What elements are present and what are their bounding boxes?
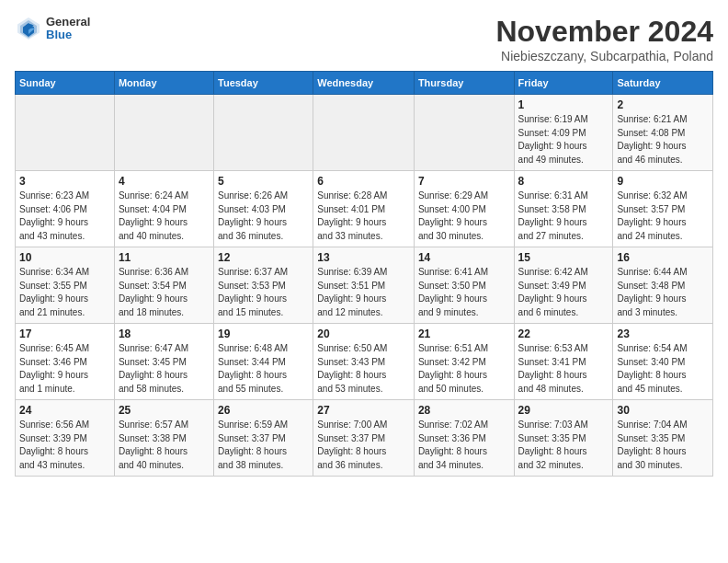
location: Niebieszczany, Subcarpathia, Poland xyxy=(495,49,713,63)
day-number: 14 xyxy=(418,251,510,264)
day-number: 21 xyxy=(418,327,510,340)
calendar-cell: 12Sunrise: 6:37 AM Sunset: 3:53 PM Dayli… xyxy=(214,247,313,324)
day-info: Sunrise: 6:56 AM Sunset: 3:39 PM Dayligh… xyxy=(19,419,110,472)
day-info: Sunrise: 6:28 AM Sunset: 4:01 PM Dayligh… xyxy=(317,190,410,243)
day-number: 27 xyxy=(317,404,410,417)
day-info: Sunrise: 6:59 AM Sunset: 3:37 PM Dayligh… xyxy=(218,419,309,472)
logo-blue: Blue xyxy=(46,29,90,41)
title-block: November 2024 Niebieszczany, Subcarpathi… xyxy=(495,15,713,63)
calendar-cell: 29Sunrise: 7:03 AM Sunset: 3:35 PM Dayli… xyxy=(514,400,613,477)
calendar-cell: 2Sunrise: 6:21 AM Sunset: 4:08 PM Daylig… xyxy=(613,95,713,171)
weekday-header-thursday: Thursday xyxy=(414,72,514,95)
day-info: Sunrise: 6:36 AM Sunset: 3:54 PM Dayligh… xyxy=(119,266,210,319)
calendar-cell: 9Sunrise: 6:32 AM Sunset: 3:57 PM Daylig… xyxy=(613,171,713,247)
day-number: 5 xyxy=(218,175,309,188)
day-info: Sunrise: 6:24 AM Sunset: 4:04 PM Dayligh… xyxy=(119,190,210,243)
calendar-cell: 7Sunrise: 6:29 AM Sunset: 4:00 PM Daylig… xyxy=(414,171,514,247)
calendar-cell xyxy=(214,95,313,171)
calendar-cell: 1Sunrise: 6:19 AM Sunset: 4:09 PM Daylig… xyxy=(514,95,613,171)
day-info: Sunrise: 6:44 AM Sunset: 3:48 PM Dayligh… xyxy=(617,266,709,319)
day-number: 2 xyxy=(617,98,709,111)
day-number: 7 xyxy=(418,175,510,188)
calendar-cell: 13Sunrise: 6:39 AM Sunset: 3:51 PM Dayli… xyxy=(313,247,415,324)
calendar-cell: 16Sunrise: 6:44 AM Sunset: 3:48 PM Dayli… xyxy=(613,247,713,324)
day-number: 11 xyxy=(119,251,210,264)
calendar-cell: 6Sunrise: 6:28 AM Sunset: 4:01 PM Daylig… xyxy=(313,171,415,247)
calendar-week-1: 1Sunrise: 6:19 AM Sunset: 4:09 PM Daylig… xyxy=(16,95,713,171)
calendar-cell: 28Sunrise: 7:02 AM Sunset: 3:36 PM Dayli… xyxy=(414,400,514,477)
day-number: 15 xyxy=(518,251,609,264)
day-number: 29 xyxy=(518,404,609,417)
logo-general: General xyxy=(46,16,90,29)
day-number: 30 xyxy=(617,404,709,417)
page-header: General Blue November 2024 Niebieszczany… xyxy=(15,15,713,63)
weekday-header-wednesday: Wednesday xyxy=(313,72,415,95)
logo-icon xyxy=(15,15,42,42)
logo: General Blue xyxy=(15,15,90,42)
weekday-header-tuesday: Tuesday xyxy=(214,72,313,95)
calendar-cell: 11Sunrise: 6:36 AM Sunset: 3:54 PM Dayli… xyxy=(114,247,213,324)
day-info: Sunrise: 6:31 AM Sunset: 3:58 PM Dayligh… xyxy=(518,190,609,243)
day-info: Sunrise: 6:29 AM Sunset: 4:00 PM Dayligh… xyxy=(418,190,510,243)
day-info: Sunrise: 6:32 AM Sunset: 3:57 PM Dayligh… xyxy=(617,190,709,243)
day-number: 12 xyxy=(218,251,309,264)
day-number: 28 xyxy=(418,404,510,417)
weekday-header-monday: Monday xyxy=(114,72,213,95)
calendar-cell xyxy=(114,95,213,171)
day-info: Sunrise: 6:19 AM Sunset: 4:09 PM Dayligh… xyxy=(518,113,609,167)
day-info: Sunrise: 6:45 AM Sunset: 3:46 PM Dayligh… xyxy=(19,342,110,396)
calendar-cell: 19Sunrise: 6:48 AM Sunset: 3:44 PM Dayli… xyxy=(214,324,313,400)
day-info: Sunrise: 6:47 AM Sunset: 3:45 PM Dayligh… xyxy=(119,342,210,396)
day-number: 20 xyxy=(317,327,410,340)
day-info: Sunrise: 6:57 AM Sunset: 3:38 PM Dayligh… xyxy=(119,419,210,472)
calendar-week-2: 3Sunrise: 6:23 AM Sunset: 4:06 PM Daylig… xyxy=(16,171,713,247)
calendar-cell xyxy=(414,95,514,171)
day-info: Sunrise: 6:50 AM Sunset: 3:43 PM Dayligh… xyxy=(317,342,410,396)
day-number: 10 xyxy=(19,251,110,264)
day-info: Sunrise: 6:48 AM Sunset: 3:44 PM Dayligh… xyxy=(218,342,309,396)
day-info: Sunrise: 6:54 AM Sunset: 3:40 PM Dayligh… xyxy=(617,342,709,396)
day-number: 4 xyxy=(119,175,210,188)
day-info: Sunrise: 6:51 AM Sunset: 3:42 PM Dayligh… xyxy=(418,342,510,396)
day-info: Sunrise: 7:00 AM Sunset: 3:37 PM Dayligh… xyxy=(317,419,410,472)
day-info: Sunrise: 7:03 AM Sunset: 3:35 PM Dayligh… xyxy=(518,419,609,472)
calendar-cell: 20Sunrise: 6:50 AM Sunset: 3:43 PM Dayli… xyxy=(313,324,415,400)
calendar-cell: 15Sunrise: 6:42 AM Sunset: 3:49 PM Dayli… xyxy=(514,247,613,324)
calendar-cell: 4Sunrise: 6:24 AM Sunset: 4:04 PM Daylig… xyxy=(114,171,213,247)
day-info: Sunrise: 6:26 AM Sunset: 4:03 PM Dayligh… xyxy=(218,190,309,243)
calendar-table: SundayMondayTuesdayWednesdayThursdayFrid… xyxy=(15,71,713,477)
day-info: Sunrise: 6:41 AM Sunset: 3:50 PM Dayligh… xyxy=(418,266,510,319)
day-number: 18 xyxy=(119,327,210,340)
calendar-cell: 18Sunrise: 6:47 AM Sunset: 3:45 PM Dayli… xyxy=(114,324,213,400)
calendar-cell: 21Sunrise: 6:51 AM Sunset: 3:42 PM Dayli… xyxy=(414,324,514,400)
day-info: Sunrise: 6:53 AM Sunset: 3:41 PM Dayligh… xyxy=(518,342,609,396)
calendar-cell: 8Sunrise: 6:31 AM Sunset: 3:58 PM Daylig… xyxy=(514,171,613,247)
weekday-header-sunday: Sunday xyxy=(16,72,115,95)
calendar-cell: 23Sunrise: 6:54 AM Sunset: 3:40 PM Dayli… xyxy=(613,324,713,400)
day-info: Sunrise: 6:34 AM Sunset: 3:55 PM Dayligh… xyxy=(19,266,110,319)
day-number: 23 xyxy=(617,327,709,340)
day-info: Sunrise: 6:23 AM Sunset: 4:06 PM Dayligh… xyxy=(19,190,110,243)
day-number: 9 xyxy=(617,175,709,188)
calendar-cell: 14Sunrise: 6:41 AM Sunset: 3:50 PM Dayli… xyxy=(414,247,514,324)
day-number: 16 xyxy=(617,251,709,264)
day-info: Sunrise: 7:04 AM Sunset: 3:35 PM Dayligh… xyxy=(617,419,709,472)
day-info: Sunrise: 6:37 AM Sunset: 3:53 PM Dayligh… xyxy=(218,266,309,319)
day-number: 22 xyxy=(518,327,609,340)
calendar-cell: 22Sunrise: 6:53 AM Sunset: 3:41 PM Dayli… xyxy=(514,324,613,400)
day-number: 26 xyxy=(218,404,309,417)
day-number: 19 xyxy=(218,327,309,340)
calendar-cell: 27Sunrise: 7:00 AM Sunset: 3:37 PM Dayli… xyxy=(313,400,415,477)
day-info: Sunrise: 6:39 AM Sunset: 3:51 PM Dayligh… xyxy=(317,266,410,319)
calendar-cell: 17Sunrise: 6:45 AM Sunset: 3:46 PM Dayli… xyxy=(16,324,115,400)
day-info: Sunrise: 6:21 AM Sunset: 4:08 PM Dayligh… xyxy=(617,113,709,167)
day-number: 3 xyxy=(19,175,110,188)
calendar-cell xyxy=(16,95,115,171)
day-number: 6 xyxy=(317,175,410,188)
calendar-cell: 26Sunrise: 6:59 AM Sunset: 3:37 PM Dayli… xyxy=(214,400,313,477)
calendar-header-row: SundayMondayTuesdayWednesdayThursdayFrid… xyxy=(16,72,713,95)
calendar-cell: 24Sunrise: 6:56 AM Sunset: 3:39 PM Dayli… xyxy=(16,400,115,477)
calendar-cell: 25Sunrise: 6:57 AM Sunset: 3:38 PM Dayli… xyxy=(114,400,213,477)
calendar-week-4: 17Sunrise: 6:45 AM Sunset: 3:46 PM Dayli… xyxy=(16,324,713,400)
logo-text: General Blue xyxy=(46,16,90,42)
